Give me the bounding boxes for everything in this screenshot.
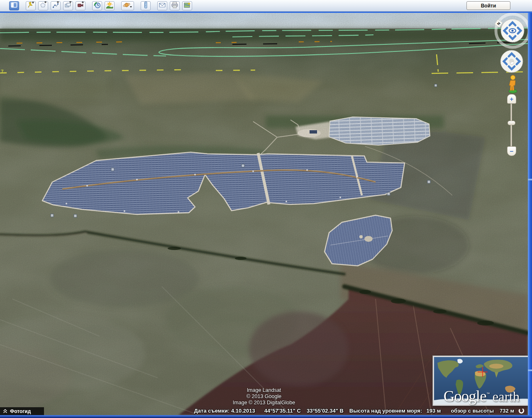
add-polygon-button[interactable] xyxy=(38,1,48,10)
copyright-line: Image © 2013 DigitalGlobe xyxy=(233,400,295,406)
imagery-copyright: Image Landsat © 2013 Google Image © 2013… xyxy=(233,387,295,406)
photo-guide-label: Фотогид xyxy=(10,408,31,414)
save-image-button[interactable] xyxy=(182,1,192,10)
sidebar-toggle-icon xyxy=(10,1,18,10)
sidebar-toggle-button[interactable] xyxy=(9,1,19,10)
zoom-in-button[interactable]: + xyxy=(507,94,516,104)
street-view-pegman[interactable] xyxy=(507,74,519,94)
add-path-button[interactable] xyxy=(51,1,61,10)
path-icon xyxy=(52,1,59,10)
satellite-terrain: 7 xyxy=(0,13,528,415)
record-tour-icon xyxy=(77,1,84,10)
historical-imagery-icon xyxy=(93,1,101,10)
altitude-label: Высота над уровнем моря: xyxy=(349,408,422,414)
altitude-value: 193 м xyxy=(426,408,441,414)
double-chevron-up-icon xyxy=(3,409,7,413)
image-overlay-icon xyxy=(64,1,72,10)
google-earth-logo: Google ™ earth xyxy=(434,387,528,405)
zoom-slider[interactable]: + − xyxy=(507,94,517,156)
print-button[interactable] xyxy=(170,1,180,10)
look-joystick[interactable]: N xyxy=(494,13,528,49)
save-image-icon xyxy=(183,1,191,10)
logo-earth-text: earth xyxy=(492,389,520,405)
email-button[interactable] xyxy=(157,1,167,10)
print-icon xyxy=(171,1,178,10)
record-tour-button[interactable] xyxy=(76,1,85,10)
placemark-icon xyxy=(27,1,34,10)
sign-in-button[interactable]: Войти xyxy=(466,1,510,10)
ruler-icon xyxy=(142,1,149,10)
frame-notch xyxy=(528,179,532,180)
polygon-icon xyxy=(39,1,47,10)
eye-altitude-value: 732 м xyxy=(500,408,514,414)
eye-altitude-label: обзор с высоты xyxy=(451,408,494,414)
streaming-progress-icon xyxy=(518,408,525,414)
copyright-line: Image Landsat xyxy=(233,387,295,394)
move-joystick[interactable] xyxy=(500,49,524,73)
frame-notch xyxy=(528,369,532,371)
logo-google-text: Google xyxy=(444,387,486,405)
sunlight-icon xyxy=(106,1,113,10)
zoom-out-button[interactable]: − xyxy=(507,146,516,156)
add-placemark-button[interactable] xyxy=(26,1,36,10)
earth-3d-viewport[interactable]: 7 xyxy=(0,13,528,415)
capture-date: Дата съемки: 4.10.2013 xyxy=(194,408,255,414)
add-image-overlay-button[interactable] xyxy=(63,1,73,10)
toolbar: Войти xyxy=(0,0,532,12)
zoom-thumb[interactable] xyxy=(508,121,515,125)
planets-saturn-icon xyxy=(123,1,133,10)
ruler-button[interactable] xyxy=(141,1,151,10)
status-bar: Дата съемки: 4.10.2013 44°57'35.11" С 33… xyxy=(194,407,525,414)
historical-imagery-button[interactable] xyxy=(92,1,102,10)
window-frame-bottom xyxy=(0,415,532,418)
longitude-readout: 33°55'02.34" В xyxy=(307,408,344,414)
email-icon xyxy=(159,1,166,10)
google-earth-window: Войти xyxy=(0,0,532,418)
logo-tm: ™ xyxy=(487,392,490,396)
overview-map[interactable]: Google ™ earth xyxy=(433,356,528,406)
copyright-line: © 2013 Google xyxy=(233,394,295,400)
photo-guide-bar[interactable]: Фотогид xyxy=(0,407,44,415)
sunlight-button[interactable] xyxy=(105,1,115,10)
latitude-readout: 44°57'35.11" С xyxy=(264,408,301,414)
planets-button[interactable] xyxy=(121,1,134,10)
window-frame-right xyxy=(528,13,532,415)
